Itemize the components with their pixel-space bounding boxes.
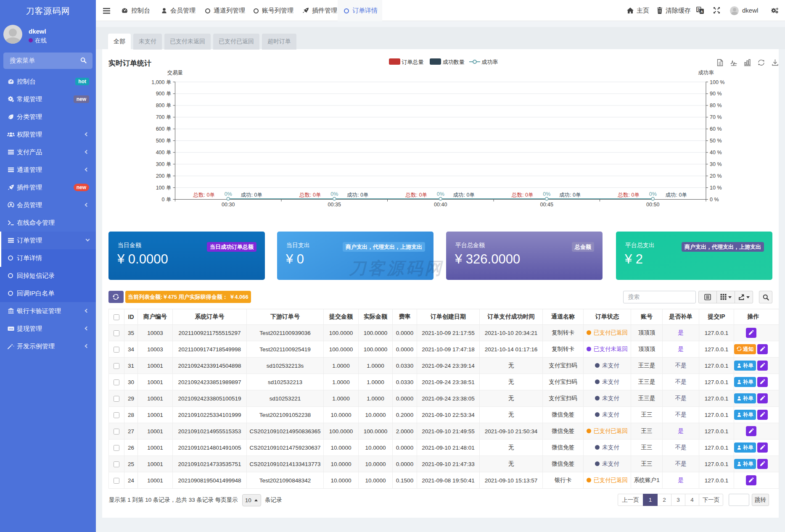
svg-text:总数: 0单: 总数: 0单: [618, 192, 640, 198]
svg-text:1,000 单: 1,000 单: [151, 79, 171, 85]
svg-text:800 单: 800 单: [156, 103, 172, 108]
svg-text:00:50: 00:50: [646, 202, 659, 208]
svg-text:100 单: 100 单: [156, 185, 172, 191]
svg-text:A: A: [700, 10, 703, 13]
svg-text:总数: 0单: 总数: 0单: [193, 192, 215, 198]
svg-text:400 单: 400 单: [156, 150, 172, 155]
svg-text:100 %: 100 %: [710, 79, 724, 85]
svg-text:30 %: 30 %: [710, 161, 722, 167]
svg-text:600 单: 600 单: [156, 126, 172, 132]
svg-text:700 单: 700 单: [156, 114, 172, 120]
svg-text:总数: 0单: 总数: 0单: [405, 192, 427, 198]
svg-text:成功: 0单: 成功: 0单: [347, 192, 368, 198]
svg-text:80 %: 80 %: [710, 103, 722, 108]
svg-text:总数: 0单: 总数: 0单: [299, 192, 321, 198]
svg-text:0%: 0%: [330, 191, 338, 197]
svg-text:300 单: 300 单: [156, 161, 172, 167]
svg-text:500 单: 500 单: [156, 138, 172, 144]
svg-text:200 单: 200 单: [156, 173, 172, 179]
svg-text:50 %: 50 %: [710, 138, 722, 144]
svg-text:90 %: 90 %: [710, 91, 722, 97]
svg-text:0%: 0%: [225, 191, 232, 197]
svg-text:0%: 0%: [437, 191, 444, 197]
svg-text:0 %: 0 %: [710, 197, 719, 203]
svg-text:成功: 0单: 成功: 0单: [453, 192, 475, 198]
svg-text:70 %: 70 %: [710, 114, 722, 120]
svg-text:00:40: 00:40: [434, 202, 447, 208]
svg-text:10 %: 10 %: [710, 185, 722, 191]
svg-text:00:35: 00:35: [328, 202, 341, 208]
svg-text:VISA: VISA: [9, 328, 13, 330]
svg-text:成功: 0单: 成功: 0单: [559, 192, 581, 198]
svg-text:40 %: 40 %: [710, 150, 722, 155]
svg-text:0%: 0%: [543, 191, 550, 197]
svg-text:交易量: 交易量: [167, 70, 183, 76]
svg-text:900 单: 900 单: [156, 91, 172, 97]
svg-text:总数: 0单: 总数: 0单: [511, 192, 533, 198]
svg-text:成功: 0单: 成功: 0单: [666, 192, 687, 198]
svg-text:0%: 0%: [649, 191, 657, 197]
svg-text:0 单: 0 单: [162, 197, 172, 203]
svg-text:20 %: 20 %: [710, 173, 722, 179]
svg-text:60 %: 60 %: [710, 126, 722, 132]
svg-text:00:45: 00:45: [540, 202, 553, 208]
svg-text:00:30: 00:30: [222, 202, 235, 208]
svg-text:成功率: 成功率: [698, 70, 714, 76]
svg-text:成功: 0单: 成功: 0单: [241, 192, 262, 198]
